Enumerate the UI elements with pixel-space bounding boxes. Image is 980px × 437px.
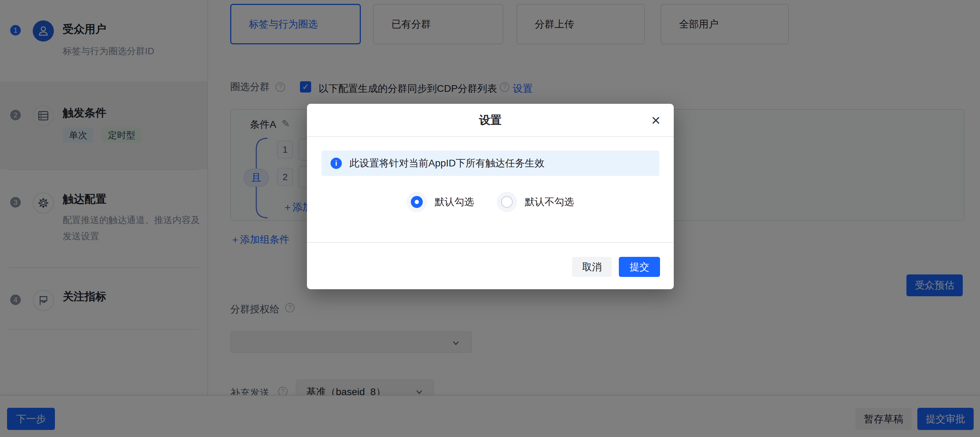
radio-selected-icon[interactable]: [411, 196, 423, 208]
divider: [307, 136, 674, 137]
radio-label[interactable]: 默认不勾选: [525, 195, 574, 209]
modal-alert-banner: i 此设置将针对当前AppID下所有触达任务生效: [321, 151, 659, 176]
close-icon[interactable]: ×: [651, 111, 660, 129]
page: 1 受众用户 标签与行为圈选分群ID 2 触发条件 单次 定时型: [0, 0, 980, 437]
radio-option-checked[interactable]: 默认勾选: [407, 192, 474, 212]
cancel-button[interactable]: 取消: [572, 257, 612, 277]
modal-title: 设置: [307, 104, 674, 136]
radio-halo: [497, 192, 517, 212]
modal-alert-text: 此设置将针对当前AppID下所有触达任务生效: [350, 157, 544, 170]
settings-modal: 设置 × i 此设置将针对当前AppID下所有触达任务生效 默认勾选 默认不勾选…: [307, 104, 674, 289]
info-icon: i: [331, 157, 342, 169]
radio-option-unchecked[interactable]: 默认不勾选: [497, 192, 574, 212]
radio-halo: [407, 192, 427, 212]
default-check-radio-group: 默认勾选 默认不勾选: [307, 192, 674, 212]
divider: [307, 242, 674, 243]
radio-label[interactable]: 默认勾选: [435, 195, 474, 209]
submit-button[interactable]: 提交: [619, 257, 660, 277]
radio-unselected-icon[interactable]: [501, 196, 513, 208]
